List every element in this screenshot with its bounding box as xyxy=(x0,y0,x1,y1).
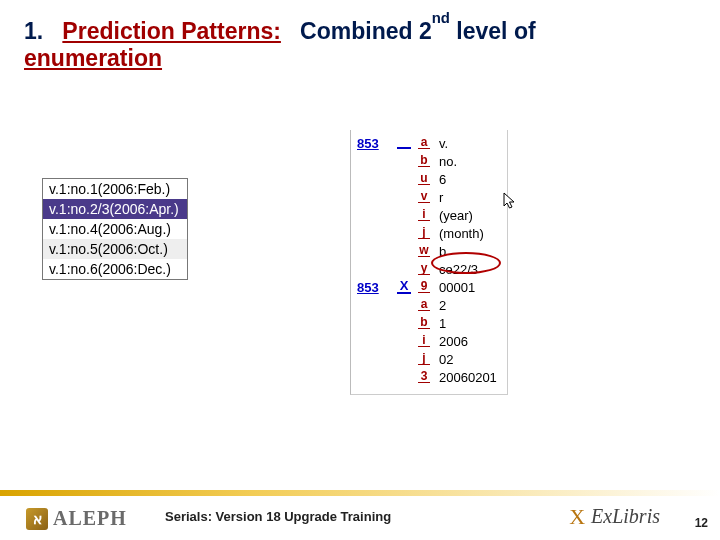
marc-panel: 853av.bno.u6vri(year)j(month)wbyce22/385… xyxy=(350,130,508,395)
marc-row: a2 xyxy=(357,296,497,314)
aleph-text: ALEPH xyxy=(53,507,127,530)
marc-subfield-value: 6 xyxy=(433,172,446,187)
marc-row: 853X900001 xyxy=(357,278,497,296)
marc-subfield-value: no. xyxy=(433,154,457,169)
marc-subfield-code[interactable]: 3 xyxy=(418,371,430,383)
marc-subfield-code[interactable]: j xyxy=(418,353,430,365)
marc-subfield-code[interactable]: y xyxy=(418,263,430,275)
marc-subfield-value: b xyxy=(433,244,446,259)
title-line2: enumeration xyxy=(24,45,162,71)
aleph-icon: א xyxy=(26,508,48,530)
marc-subfield-code[interactable]: b xyxy=(418,155,430,167)
marc-subfield-value: 2006 xyxy=(433,334,468,349)
marc-subfield-code[interactable]: 9 xyxy=(418,281,430,293)
marc-subfield-value: (year) xyxy=(433,208,473,223)
marc-row: 853av. xyxy=(357,134,497,152)
marc-row: i(year) xyxy=(357,206,497,224)
marc-row: b1 xyxy=(357,314,497,332)
table-row[interactable]: v.1:no.1(2006:Feb.) xyxy=(43,179,187,199)
marc-indicator[interactable] xyxy=(397,137,411,149)
marc-row: j02 xyxy=(357,350,497,368)
title-blue-1: Combined 2 xyxy=(300,18,432,44)
marc-subfield-value: ce22/3 xyxy=(433,262,478,277)
title-sup: nd xyxy=(432,9,450,26)
marc-subfield-value: (month) xyxy=(433,226,484,241)
marc-row: j(month) xyxy=(357,224,497,242)
content-area: v.1:no.1(2006:Feb.)v.1:no.2/3(2006:Apr.)… xyxy=(0,130,720,430)
title-red-text: Prediction Patterns: xyxy=(62,18,281,44)
marc-subfield-code[interactable]: j xyxy=(418,227,430,239)
marc-subfield-code[interactable]: b xyxy=(418,317,430,329)
page-number: 12 xyxy=(695,516,708,530)
footer-text: Serials: Version 18 Upgrade Training xyxy=(165,509,391,524)
marc-row: i2006 xyxy=(357,332,497,350)
table-row[interactable]: v.1:no.5(2006:Oct.) xyxy=(43,239,187,259)
marc-subfield-code[interactable]: a xyxy=(418,299,430,311)
marc-subfield-value: r xyxy=(433,190,443,205)
marc-tag[interactable]: 853 xyxy=(357,280,379,295)
marc-row: bno. xyxy=(357,152,497,170)
exlibris-icon: X xyxy=(567,507,587,527)
marc-row: wb xyxy=(357,242,497,260)
marc-tag[interactable]: 853 xyxy=(357,136,379,151)
marc-subfield-value: 1 xyxy=(433,316,446,331)
marc-indicator[interactable]: X xyxy=(397,280,411,294)
marc-subfield-code[interactable]: i xyxy=(418,209,430,221)
marc-subfield-code[interactable]: u xyxy=(418,173,430,185)
marc-subfield-code[interactable]: v xyxy=(418,191,430,203)
title-blue-2: level of xyxy=(450,18,536,44)
slide-footer: א ALEPH Serials: Version 18 Upgrade Trai… xyxy=(0,482,720,540)
aleph-logo: א ALEPH xyxy=(26,507,127,530)
marc-row: u6 xyxy=(357,170,497,188)
exlibris-text: ExLibris xyxy=(591,505,660,528)
marc-subfield-value: 00001 xyxy=(433,280,475,295)
slide-title: 1. Prediction Patterns: Combined 2nd lev… xyxy=(0,0,720,80)
marc-subfield-code[interactable]: a xyxy=(418,137,430,149)
table-row[interactable]: v.1:no.2/3(2006:Apr.) xyxy=(43,199,187,219)
marc-fields: 853av.bno.u6vri(year)j(month)wbyce22/385… xyxy=(357,134,497,386)
footer-gradient-bar xyxy=(0,490,720,496)
title-number: 1. xyxy=(24,18,43,44)
marc-subfield-value: 2 xyxy=(433,298,446,313)
marc-subfield-value: 02 xyxy=(433,352,453,367)
marc-subfield-code[interactable]: w xyxy=(418,245,430,257)
mouse-cursor-icon xyxy=(503,192,517,214)
table-row[interactable]: v.1:no.6(2006:Dec.) xyxy=(43,259,187,279)
enumeration-table: v.1:no.1(2006:Feb.)v.1:no.2/3(2006:Apr.)… xyxy=(42,178,188,280)
marc-row: yce22/3 xyxy=(357,260,497,278)
marc-row: vr xyxy=(357,188,497,206)
table-row[interactable]: v.1:no.4(2006:Aug.) xyxy=(43,219,187,239)
exlibris-logo: X ExLibris xyxy=(567,505,660,528)
marc-subfield-value: 20060201 xyxy=(433,370,497,385)
marc-subfield-code[interactable]: i xyxy=(418,335,430,347)
marc-row: 320060201 xyxy=(357,368,497,386)
marc-subfield-value: v. xyxy=(433,136,448,151)
